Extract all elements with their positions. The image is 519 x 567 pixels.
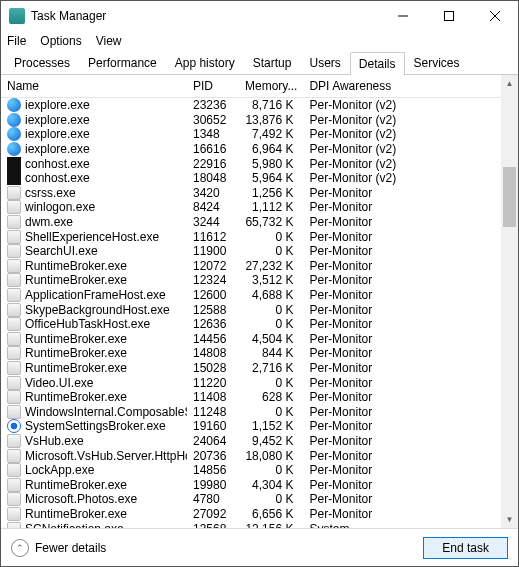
table-row[interactable]: ShellExperienceHost.exe116120 KPer-Monit… <box>1 229 501 244</box>
table-row[interactable]: OfficeHubTaskHost.exe126360 KPer-Monitor <box>1 317 501 332</box>
tab-app-history[interactable]: App history <box>166 51 244 74</box>
col-header-name[interactable]: Name <box>1 75 187 98</box>
table-row[interactable]: dwm.exe324465,732 KPer-Monitor <box>1 215 501 230</box>
tab-services[interactable]: Services <box>405 51 469 74</box>
process-icon <box>7 507 21 521</box>
process-pid: 24064 <box>187 434 239 449</box>
tab-startup[interactable]: Startup <box>244 51 301 74</box>
process-memory: 844 K <box>239 346 303 361</box>
table-row[interactable]: conhost.exe229165,980 KPer-Monitor (v2) <box>1 156 501 171</box>
table-row[interactable]: iexplore.exe232368,716 KPer-Monitor (v2) <box>1 98 501 113</box>
table-row[interactable]: winlogon.exe84241,112 KPer-Monitor <box>1 200 501 215</box>
process-memory: 6,656 K <box>239 507 303 522</box>
process-memory: 1,112 K <box>239 200 303 215</box>
chevron-up-icon: ⌃ <box>11 539 29 557</box>
table-row[interactable]: iexplore.exe3065213,876 KPer-Monitor (v2… <box>1 113 501 128</box>
table-row[interactable]: Microsoft.Photos.exe47800 KPer-Monitor <box>1 492 501 507</box>
scroll-up-arrow[interactable]: ▲ <box>501 75 518 92</box>
process-dpi: Per-Monitor <box>303 419 501 434</box>
col-header-pid[interactable]: PID <box>187 75 239 98</box>
scroll-thumb[interactable] <box>503 167 516 227</box>
process-icon <box>7 98 21 112</box>
table-row[interactable]: iexplore.exe166166,964 KPer-Monitor (v2) <box>1 142 501 157</box>
process-memory: 6,964 K <box>239 142 303 157</box>
process-memory: 0 K <box>239 317 303 332</box>
process-memory: 0 K <box>239 302 303 317</box>
table-row[interactable]: SystemSettingsBroker.exe191601,152 KPer-… <box>1 419 501 434</box>
tab-details[interactable]: Details <box>350 52 405 75</box>
process-memory: 4,688 K <box>239 288 303 303</box>
end-task-button[interactable]: End task <box>423 537 508 559</box>
process-pid: 3420 <box>187 186 239 201</box>
process-dpi: Per-Monitor (v2) <box>303 142 501 157</box>
process-memory: 1,152 K <box>239 419 303 434</box>
scroll-down-arrow[interactable]: ▼ <box>501 511 518 528</box>
col-header-dpi[interactable]: DPI Awareness <box>303 75 501 98</box>
process-memory: 0 K <box>239 492 303 507</box>
process-pid: 11408 <box>187 390 239 405</box>
table-row[interactable]: ApplicationFrameHost.exe126004,688 KPer-… <box>1 288 501 303</box>
process-memory: 7,492 K <box>239 127 303 142</box>
table-row[interactable]: RuntimeBroker.exe14808844 KPer-Monitor <box>1 346 501 361</box>
tab-performance[interactable]: Performance <box>79 51 166 74</box>
process-name: RuntimeBroker.exe <box>25 507 127 521</box>
table-row[interactable]: RuntimeBroker.exe123243,512 KPer-Monitor <box>1 273 501 288</box>
col-header-memory[interactable]: Memory... <box>239 75 303 98</box>
process-pid: 14856 <box>187 463 239 478</box>
table-row[interactable]: WindowsInternal.ComposableShell...112480… <box>1 404 501 419</box>
table-row[interactable]: csrss.exe34201,256 KPer-Monitor <box>1 186 501 201</box>
process-memory: 8,716 K <box>239 98 303 113</box>
process-icon <box>7 390 21 404</box>
process-dpi: Per-Monitor <box>303 346 501 361</box>
maximize-button[interactable] <box>426 1 472 31</box>
table-row[interactable]: VsHub.exe240649,452 KPer-Monitor <box>1 434 501 449</box>
process-name: csrss.exe <box>25 186 76 200</box>
table-row[interactable]: RuntimeBroker.exe1207227,232 KPer-Monito… <box>1 259 501 274</box>
table-row[interactable]: RuntimeBroker.exe270926,656 KPer-Monitor <box>1 507 501 522</box>
tab-processes[interactable]: Processes <box>5 51 79 74</box>
table-row[interactable]: RuntimeBroker.exe199804,304 KPer-Monitor <box>1 477 501 492</box>
process-dpi: Per-Monitor (v2) <box>303 98 501 113</box>
table-row[interactable]: RuntimeBroker.exe144564,504 KPer-Monitor <box>1 332 501 347</box>
table-row[interactable]: RuntimeBroker.exe150282,716 KPer-Monitor <box>1 361 501 376</box>
process-icon <box>7 230 21 244</box>
menu-file[interactable]: File <box>7 34 26 48</box>
process-table: Name PID Memory... DPI Awareness iexplor… <box>1 75 501 528</box>
table-row[interactable]: SearchUI.exe119000 KPer-Monitor <box>1 244 501 259</box>
process-dpi: Per-Monitor (v2) <box>303 127 501 142</box>
process-name: RuntimeBroker.exe <box>25 361 127 375</box>
process-name: LockApp.exe <box>25 463 94 477</box>
process-dpi: Per-Monitor <box>303 404 501 419</box>
table-row[interactable]: Microsoft.VsHub.Server.HttpHost...207361… <box>1 448 501 463</box>
process-pid: 27092 <box>187 507 239 522</box>
process-dpi: Per-Monitor <box>303 477 501 492</box>
table-row[interactable]: SCNotification.exe1356812,156 KSystem <box>1 521 501 528</box>
process-pid: 12072 <box>187 259 239 274</box>
process-memory: 5,964 K <box>239 171 303 186</box>
vertical-scrollbar[interactable]: ▲ ▼ <box>501 75 518 528</box>
table-row[interactable]: SkypeBackgroundHost.exe125880 KPer-Monit… <box>1 302 501 317</box>
process-dpi: Per-Monitor <box>303 507 501 522</box>
table-row[interactable]: RuntimeBroker.exe11408628 KPer-Monitor <box>1 390 501 405</box>
process-dpi: Per-Monitor <box>303 215 501 230</box>
process-dpi: Per-Monitor <box>303 317 501 332</box>
process-pid: 19980 <box>187 477 239 492</box>
fewer-details-toggle[interactable]: ⌃ Fewer details <box>11 539 106 557</box>
process-pid: 11612 <box>187 229 239 244</box>
tab-users[interactable]: Users <box>300 51 349 74</box>
table-row[interactable]: conhost.exe180485,964 KPer-Monitor (v2) <box>1 171 501 186</box>
table-row[interactable]: iexplore.exe13487,492 KPer-Monitor (v2) <box>1 127 501 142</box>
menu-options[interactable]: Options <box>40 34 81 48</box>
table-row[interactable]: LockApp.exe148560 KPer-Monitor <box>1 463 501 478</box>
process-name: VsHub.exe <box>25 434 84 448</box>
svg-rect-1 <box>445 12 454 21</box>
process-pid: 12600 <box>187 288 239 303</box>
close-button[interactable] <box>472 1 518 31</box>
process-name: iexplore.exe <box>25 113 90 127</box>
process-icon <box>7 376 21 390</box>
menu-view[interactable]: View <box>96 34 122 48</box>
minimize-button[interactable] <box>380 1 426 31</box>
table-row[interactable]: Video.UI.exe112200 KPer-Monitor <box>1 375 501 390</box>
process-memory: 0 K <box>239 375 303 390</box>
process-memory: 0 K <box>239 463 303 478</box>
